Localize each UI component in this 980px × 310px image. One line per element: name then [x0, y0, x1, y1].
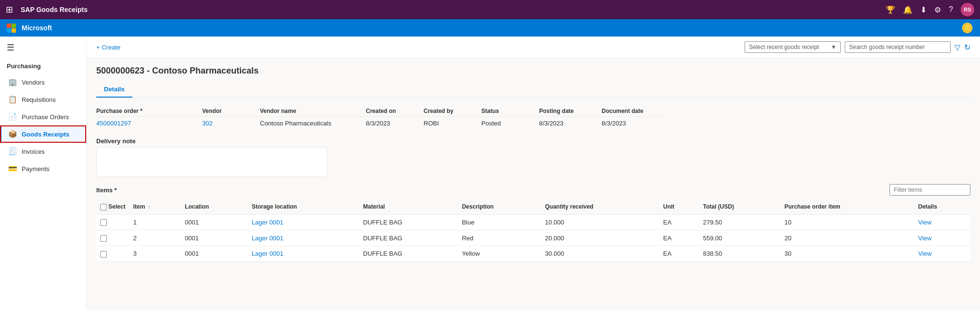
row-description: Red: [458, 230, 542, 246]
details-value-vendor-name: Contoso Pharmaceuticals: [260, 117, 366, 130]
col-header-total-usd: Total (USD): [699, 199, 780, 214]
row-unit: EA: [659, 230, 699, 246]
coins-icon[interactable]: 🪙: [961, 23, 973, 33]
row-location: 0001: [181, 246, 248, 261]
details-value-vendor[interactable]: 302: [202, 117, 260, 130]
tabs: Details: [96, 82, 970, 98]
row-po-item: 10: [781, 214, 915, 230]
sidebar-label-requisitions: Requisitions: [22, 96, 56, 103]
row-storage-location: Lager 0001: [248, 246, 359, 261]
sidebar-item-requisitions[interactable]: 📋 Requisitions: [0, 91, 86, 108]
col-header-location: Location: [181, 199, 248, 214]
items-table-header: Select Item ↑ Location Storage location …: [96, 199, 970, 214]
row-total-usd: 559.00: [699, 230, 780, 246]
col-header-select: Select: [96, 199, 129, 214]
items-table: Select Item ↑ Location Storage location …: [96, 199, 970, 262]
grid-icon[interactable]: ⊞: [6, 4, 13, 15]
details-value-document-date: 8/3/2023: [602, 117, 664, 130]
row-view-link[interactable]: View: [914, 246, 970, 261]
notification-icon[interactable]: 🔔: [903, 5, 913, 14]
details-value-status: Posted: [481, 117, 539, 130]
invoices-icon: 🧾: [8, 147, 17, 156]
toolbar: + Create Select recent goods receipt ▼ S…: [87, 37, 980, 58]
col-header-description: Description: [458, 199, 542, 214]
app-name: SAP Goods Receipts: [21, 6, 88, 13]
sidebar-item-goods-receipts[interactable]: 📦 Goods Receipts: [0, 125, 86, 143]
purchase-orders-icon: 📄: [8, 112, 17, 121]
requisitions-icon: 📋: [8, 95, 17, 104]
sidebar-item-invoices[interactable]: 🧾 Invoices: [0, 143, 86, 160]
vendors-icon: 🏢: [8, 78, 17, 87]
row-quantity-received: 20.000: [541, 230, 659, 246]
row-checkbox[interactable]: [100, 251, 107, 258]
sidebar-item-vendors[interactable]: 🏢 Vendors: [0, 74, 86, 91]
sidebar-label-purchase-orders: Purchase Orders: [22, 113, 69, 121]
row-description: Blue: [458, 214, 542, 230]
hamburger-icon[interactable]: ☰: [0, 37, 86, 59]
col-header-material: Material: [359, 199, 458, 214]
goods-receipts-icon: 📦: [8, 130, 17, 138]
search-goods-receipt-input[interactable]: Search goods receipt number: [845, 41, 951, 53]
details-value-po[interactable]: 4500001297: [96, 117, 202, 130]
main-content: + Create Select recent goods receipt ▼ S…: [87, 37, 980, 310]
ms-name: Microsoft: [22, 24, 52, 32]
user-avatar[interactable]: RS: [961, 3, 974, 16]
sidebar-label-invoices: Invoices: [22, 148, 45, 155]
row-checkbox[interactable]: [100, 219, 107, 226]
table-row: 2 0001 Lager 0001 DUFFLE BAG Red 20.000 …: [96, 230, 970, 246]
items-table-body: 1 0001 Lager 0001 DUFFLE BAG Blue 10.000…: [96, 214, 970, 261]
col-header-item: Item ↑: [129, 199, 181, 214]
filter-items-input[interactable]: [890, 184, 970, 196]
row-quantity-received: 10.000: [541, 214, 659, 230]
sidebar-label-goods-receipts: Goods Receipts: [22, 131, 69, 138]
trophy-icon[interactable]: 🏆: [886, 5, 895, 14]
row-checkbox-cell[interactable]: [96, 230, 129, 246]
ms-bar: Microsoft 🪙: [0, 19, 980, 37]
help-icon[interactable]: ?: [949, 5, 953, 14]
details-header-created-by: Created by: [424, 106, 481, 117]
row-po-item: 20: [781, 230, 915, 246]
sidebar: ☰ Purchasing 🏢 Vendors 📋 Requisitions 📄 …: [0, 37, 87, 310]
ms-logo-blue: [7, 28, 11, 33]
row-checkbox-cell[interactable]: [96, 214, 129, 230]
sidebar-item-payments[interactable]: 💳 Payments: [0, 160, 86, 177]
tab-details[interactable]: Details: [96, 82, 132, 98]
filter-icon[interactable]: ▽: [954, 43, 960, 52]
page-content: 5000000623 - Contoso Pharmaceuticals Det…: [87, 58, 980, 270]
row-view-link[interactable]: View: [914, 214, 970, 230]
details-header-created-on: Created on: [366, 106, 424, 117]
select-all-checkbox[interactable]: [100, 204, 107, 211]
row-unit: EA: [659, 246, 699, 261]
settings-icon[interactable]: ⚙: [934, 5, 941, 14]
top-bar: ⊞ SAP Goods Receipts 🏆 🔔 ⬇ ⚙ ? RS: [0, 0, 980, 19]
row-item: 2: [129, 230, 181, 246]
row-item: 3: [129, 246, 181, 261]
recent-goods-receipt-dropdown[interactable]: Select recent goods receipt ▼: [745, 41, 841, 53]
col-header-unit: Unit: [659, 199, 699, 214]
row-checkbox[interactable]: [100, 235, 107, 242]
row-checkbox-cell[interactable]: [96, 246, 129, 261]
col-header-po-item: Purchase order item: [781, 199, 915, 214]
sort-icon-item[interactable]: ↑: [148, 204, 150, 210]
delivery-note-box[interactable]: [96, 148, 327, 176]
toolbar-right: Select recent goods receipt ▼ Search goo…: [745, 41, 970, 53]
ms-bar-right: 🪙: [961, 22, 973, 34]
create-button[interactable]: + Create: [96, 44, 120, 51]
select-placeholder: Select recent goods receipt: [749, 44, 819, 50]
download-icon[interactable]: ⬇: [920, 5, 927, 14]
details-header-vendor-name: Vendor name: [260, 106, 366, 117]
search-placeholder: Search goods receipt number: [849, 44, 925, 50]
row-storage-location: Lager 0001: [248, 230, 359, 246]
sidebar-item-purchase-orders[interactable]: 📄 Purchase Orders: [0, 108, 86, 125]
row-view-link[interactable]: View: [914, 230, 970, 246]
ms-logo-green: [12, 24, 16, 28]
ms-logo-red: [7, 24, 11, 28]
items-header: Items *: [96, 184, 970, 196]
col-header-storage-location: Storage location: [248, 199, 359, 214]
col-header-quantity-received: Quantity received: [541, 199, 659, 214]
items-table-header-row: Select Item ↑ Location Storage location …: [96, 199, 970, 214]
refresh-icon[interactable]: ↻: [964, 43, 970, 52]
table-row: 1 0001 Lager 0001 DUFFLE BAG Blue 10.000…: [96, 214, 970, 230]
top-bar-right: 🏆 🔔 ⬇ ⚙ ? RS: [886, 3, 974, 16]
sidebar-label-payments: Payments: [22, 165, 50, 173]
